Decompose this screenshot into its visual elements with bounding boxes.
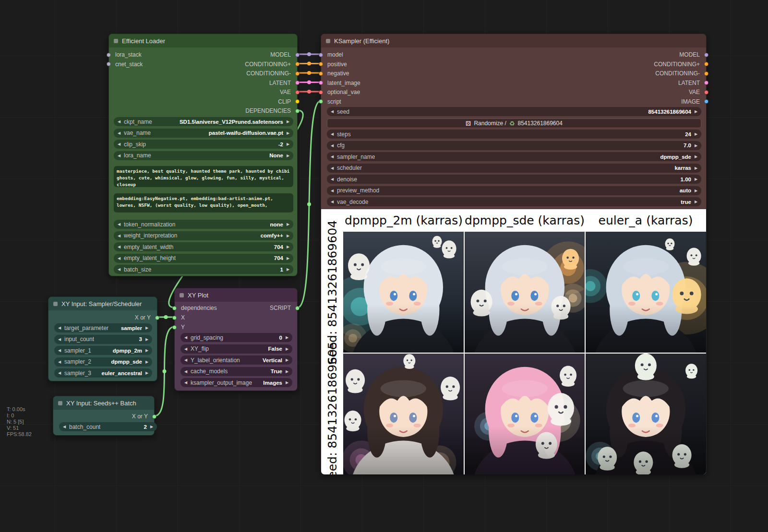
increment-arrow-icon[interactable]: ▶ bbox=[286, 256, 290, 260]
decrement-arrow-icon[interactable]: ◀ bbox=[330, 200, 335, 204]
widget-vae_name[interactable]: ◀vae_namepastel-waifu-diffusion.vae.pt▶ bbox=[114, 129, 293, 138]
widget-sampler_3[interactable]: ◀sampler_3euler_ancestral▶ bbox=[54, 368, 152, 378]
widget-ckpt_name[interactable]: ◀ckpt_nameSD1.5\aniverse_V12Pruned.safet… bbox=[114, 117, 293, 126]
port-X or Y[interactable]: X or Y bbox=[132, 413, 154, 420]
port-dot-X[interactable] bbox=[172, 316, 177, 320]
node-header[interactable]: XY Input: Sampler/Scheduler bbox=[48, 297, 157, 310]
port-model[interactable]: model bbox=[321, 51, 343, 58]
port-optional_vae[interactable]: optional_vae bbox=[321, 89, 360, 95]
port-dot-IMAGE[interactable] bbox=[704, 99, 708, 104]
decrement-arrow-icon[interactable]: ◀ bbox=[330, 189, 335, 193]
decrement-arrow-icon[interactable]: ◀ bbox=[183, 358, 188, 362]
port-dot-Y[interactable] bbox=[172, 325, 177, 330]
port-dot-VAE[interactable] bbox=[295, 90, 300, 95]
port-CONDITIONING+[interactable]: CONDITIONING+ bbox=[245, 61, 297, 68]
widget-scheduler[interactable]: ◀schedulerkarras▶ bbox=[327, 164, 701, 173]
increment-arrow-icon[interactable]: ▶ bbox=[149, 425, 154, 429]
widget-input_count[interactable]: ◀input_count3▶ bbox=[54, 335, 152, 344]
widget-Y_label_orientation[interactable]: ◀Y_label_orientationVertical▶ bbox=[180, 355, 292, 365]
widget-XY_flip[interactable]: ◀XY_flipFalse▶ bbox=[180, 344, 292, 354]
decrement-arrow-icon[interactable]: ◀ bbox=[57, 337, 62, 342]
decrement-arrow-icon[interactable]: ◀ bbox=[117, 154, 121, 158]
node-efficient-loader[interactable]: Efficient Loader masterpiece, best quali… bbox=[108, 34, 298, 276]
collapse-icon[interactable] bbox=[326, 39, 330, 43]
decrement-arrow-icon[interactable]: ◀ bbox=[330, 166, 335, 170]
decrement-arrow-icon[interactable]: ◀ bbox=[117, 245, 121, 249]
widget-batch_count[interactable]: ◀batch_count2▶ bbox=[59, 422, 157, 431]
widget-clip_skip[interactable]: ◀clip_skip-2▶ bbox=[114, 140, 293, 149]
widget-seed[interactable]: ◀seed85413261869604▶ bbox=[327, 107, 701, 116]
increment-arrow-icon[interactable]: ▶ bbox=[694, 109, 698, 114]
increment-arrow-icon[interactable]: ▶ bbox=[144, 348, 149, 353]
increment-arrow-icon[interactable]: ▶ bbox=[285, 347, 289, 351]
port-CLIP[interactable]: CLIP bbox=[278, 98, 297, 105]
increment-arrow-icon[interactable]: ▶ bbox=[694, 132, 698, 136]
port-dot-X or Y[interactable] bbox=[152, 414, 156, 419]
widget-empty_latent_height[interactable]: ◀empty_latent_height704▶ bbox=[114, 254, 293, 263]
decrement-arrow-icon[interactable]: ◀ bbox=[183, 369, 188, 374]
port-dot-DEPENDENCIES[interactable] bbox=[295, 109, 300, 113]
port-dot-MODEL[interactable] bbox=[295, 53, 300, 57]
collapse-icon[interactable] bbox=[180, 293, 184, 297]
port-negative[interactable]: negative bbox=[321, 70, 349, 77]
increment-arrow-icon[interactable]: ▶ bbox=[286, 119, 290, 124]
widget-sampler_1[interactable]: ◀sampler_1dpmpp_2m▶ bbox=[54, 346, 152, 355]
port-MODEL[interactable]: MODEL bbox=[679, 51, 706, 58]
decrement-arrow-icon[interactable]: ◀ bbox=[330, 109, 335, 114]
graph-canvas[interactable]: Efficient Loader masterpiece, best quali… bbox=[0, 0, 768, 532]
node-xy-input-seeds-batch[interactable]: XY Input: Seeds++ Batch ◀batch_count2▶X … bbox=[53, 396, 155, 436]
port-X[interactable]: X bbox=[175, 314, 185, 321]
widget-ksampler_output_image[interactable]: ◀ksampler_output_imageImages▶ bbox=[180, 378, 292, 387]
port-Y[interactable]: Y bbox=[175, 324, 185, 331]
port-dot-optional_vae[interactable] bbox=[319, 90, 323, 95]
increment-arrow-icon[interactable]: ▶ bbox=[286, 245, 290, 249]
widget-sampler_name[interactable]: ◀sampler_namedpmpp_sde▶ bbox=[327, 152, 701, 161]
decrement-arrow-icon[interactable]: ◀ bbox=[57, 348, 62, 353]
port-lora_stack[interactable]: lora_stack bbox=[109, 51, 142, 58]
decrement-arrow-icon[interactable]: ◀ bbox=[117, 267, 121, 272]
widget-token_normalization[interactable]: ◀token_normalizationnone▶ bbox=[114, 220, 293, 229]
node-ksampler-efficient[interactable]: KSampler (Efficient) ⚄ Randomize / ♻ 854… bbox=[321, 34, 707, 474]
port-dot-X or Y[interactable] bbox=[155, 316, 159, 320]
port-dot-MODEL[interactable] bbox=[704, 53, 708, 57]
node-header[interactable]: KSampler (Efficient) bbox=[321, 34, 706, 47]
increment-arrow-icon[interactable]: ▶ bbox=[285, 358, 289, 362]
decrement-arrow-icon[interactable]: ◀ bbox=[117, 222, 121, 226]
widget-grid_spacing[interactable]: ◀grid_spacing0▶ bbox=[180, 333, 292, 342]
port-VAE[interactable]: VAE bbox=[689, 89, 706, 95]
decrement-arrow-icon[interactable]: ◀ bbox=[183, 380, 188, 385]
widget-lora_name[interactable]: ◀lora_nameNone▶ bbox=[114, 151, 293, 160]
port-dot-latent_image[interactable] bbox=[319, 81, 323, 85]
port-X or Y[interactable]: X or Y bbox=[135, 314, 157, 321]
decrement-arrow-icon[interactable]: ◀ bbox=[183, 347, 188, 351]
increment-arrow-icon[interactable]: ▶ bbox=[286, 142, 290, 146]
increment-arrow-icon[interactable]: ▶ bbox=[694, 177, 698, 181]
decrement-arrow-icon[interactable]: ◀ bbox=[57, 326, 62, 330]
decrement-arrow-icon[interactable]: ◀ bbox=[330, 154, 335, 159]
increment-arrow-icon[interactable]: ▶ bbox=[285, 369, 289, 374]
increment-arrow-icon[interactable]: ▶ bbox=[694, 200, 698, 204]
increment-arrow-icon[interactable]: ▶ bbox=[286, 154, 290, 158]
port-MODEL[interactable]: MODEL bbox=[270, 51, 297, 58]
port-dot-model[interactable] bbox=[319, 53, 323, 57]
port-dependencies[interactable]: dependencies bbox=[175, 305, 217, 311]
increment-arrow-icon[interactable]: ▶ bbox=[286, 222, 290, 226]
decrement-arrow-icon[interactable]: ◀ bbox=[117, 234, 121, 238]
widget-empty_latent_width[interactable]: ◀empty_latent_width704▶ bbox=[114, 242, 293, 251]
increment-arrow-icon[interactable]: ▶ bbox=[144, 371, 149, 375]
port-CONDITIONING-[interactable]: CONDITIONING- bbox=[655, 70, 706, 77]
widget-vae_decode[interactable]: ◀vae_decodetrue▶ bbox=[327, 197, 701, 206]
increment-arrow-icon[interactable]: ▶ bbox=[694, 189, 698, 193]
port-SCRIPT[interactable]: SCRIPT bbox=[270, 305, 297, 311]
port-dot-script[interactable] bbox=[319, 99, 323, 104]
collapse-icon[interactable] bbox=[114, 39, 118, 43]
increment-arrow-icon[interactable]: ▶ bbox=[285, 335, 289, 340]
increment-arrow-icon[interactable]: ▶ bbox=[694, 154, 698, 159]
decrement-arrow-icon[interactable]: ◀ bbox=[117, 142, 121, 146]
widget-target_parameter[interactable]: ◀target_parametersampler▶ bbox=[54, 323, 152, 332]
decrement-arrow-icon[interactable]: ◀ bbox=[117, 256, 121, 260]
port-dot-LATENT[interactable] bbox=[295, 81, 300, 85]
increment-arrow-icon[interactable]: ▶ bbox=[286, 234, 290, 238]
decrement-arrow-icon[interactable]: ◀ bbox=[117, 119, 121, 124]
increment-arrow-icon[interactable]: ▶ bbox=[694, 166, 698, 170]
